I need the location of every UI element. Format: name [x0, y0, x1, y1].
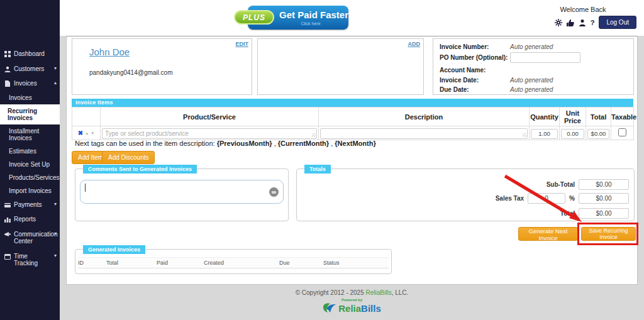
subtotal-input[interactable]	[579, 179, 629, 190]
totals-box-label: Totals	[304, 165, 331, 174]
reliabills-logo-icon	[323, 302, 336, 314]
sidebar: Dashboard Customers ▾ Invoices ▴ Invoice…	[0, 0, 60, 320]
tax-rate-input[interactable]	[528, 193, 565, 204]
sidebar-item-invoices-list[interactable]: Invoices	[0, 91, 60, 104]
line-total-input[interactable]	[587, 129, 609, 139]
move-down-icon[interactable]: ▼	[91, 131, 94, 135]
customer-email: pandakyung0414@gmail.com	[89, 69, 172, 76]
customer-name-link[interactable]: John Doe	[89, 47, 130, 57]
banner-subtitle: Click here	[279, 21, 342, 26]
user-icon	[4, 66, 11, 72]
document-icon	[4, 80, 11, 87]
generated-invoices-label: Generated Invoices	[83, 245, 145, 254]
page-footer: © Copyright 2012 - 2025 ReliaBills, LLC.…	[60, 289, 644, 314]
sidebar-label: Time Tracking	[14, 253, 56, 267]
sidebar-item-estimates[interactable]: Estimates	[0, 145, 60, 158]
description-input[interactable]	[320, 128, 528, 139]
sidebar-item-communication-center[interactable]: Communication Center ▾	[0, 227, 60, 249]
invoice-number-label: Invoice Number:	[440, 43, 510, 50]
reliabills-logo[interactable]: ReliaBills	[60, 302, 644, 314]
gen-col-paid: Paid	[157, 260, 204, 266]
invoice-items-header: Invoice Items	[72, 99, 633, 107]
reliabills-logo-text: ReliaBills	[338, 303, 381, 314]
due-date-label: Due Date:	[440, 86, 510, 93]
invoice-date-label: Invoice Date:	[440, 77, 510, 84]
chevron-down-icon: ▾	[54, 65, 57, 71]
plus-badge: PLUS	[234, 10, 274, 25]
powered-by-text: Powered by	[60, 298, 644, 302]
sales-tax-label: Sales Tax	[496, 195, 524, 202]
dashboard-icon	[4, 51, 11, 57]
sidebar-item-installment-invoices[interactable]: Installment Invoices	[0, 124, 60, 145]
gen-col-id: ID	[78, 260, 106, 266]
quantity-input[interactable]	[531, 129, 558, 139]
sidebar-item-import-invoices[interactable]: Import Invoices	[0, 184, 60, 197]
tags-note-prefix: Next tags can be used in the item descri…	[75, 140, 215, 147]
col-unit-price: Unit Price	[560, 108, 586, 126]
gen-col-status: Status	[323, 260, 361, 266]
comments-box: Comments Sent to Generated Invoices	[75, 168, 289, 221]
recipient-card: ADD	[257, 38, 424, 95]
megaphone-icon	[4, 231, 11, 238]
sidebar-item-dashboard[interactable]: Dashboard	[0, 47, 60, 62]
sidebar-item-invoice-set-up[interactable]: Invoice Set Up	[0, 158, 60, 171]
edit-customer-link[interactable]: EDIT	[235, 41, 248, 47]
thumbs-up-icon[interactable]	[567, 19, 574, 26]
logout-button[interactable]: Log Out	[599, 16, 636, 29]
reliabills-link[interactable]: ReliaBills	[366, 289, 392, 296]
bar-chart-icon	[4, 216, 11, 223]
sidebar-item-recurring-invoices[interactable]: Recurring Invoices	[0, 104, 60, 124]
chevron-down-icon: ▾	[54, 253, 57, 258]
main-content-panel: EDIT John Doe pandakyung0414@gmail.com A…	[66, 36, 638, 285]
comments-widget-icon[interactable]	[269, 187, 279, 197]
user-icon[interactable]	[579, 19, 586, 26]
gen-col-total: Total	[106, 260, 157, 266]
comments-textarea[interactable]	[80, 180, 284, 204]
col-actions	[72, 108, 101, 126]
add-discounts-button[interactable]: Add Discounts	[102, 151, 155, 164]
save-recurring-invoice-button[interactable]: Save Recurring Invoice	[581, 227, 636, 241]
chevron-up-icon: ▴	[54, 80, 57, 86]
chevron-down-icon: ▾	[54, 231, 57, 236]
total-input[interactable]	[579, 208, 629, 219]
sidebar-item-payments[interactable]: Payments ▾	[0, 197, 60, 212]
col-taxable: Taxable	[611, 108, 634, 126]
col-description: Description	[319, 108, 530, 126]
gear-icon[interactable]	[555, 19, 562, 26]
tags-note: Next tags can be used in the item descri…	[75, 140, 376, 147]
sidebar-label: Invoices	[14, 80, 56, 87]
sidebar-label: Dashboard	[14, 50, 56, 58]
unit-price-input[interactable]	[561, 129, 584, 139]
help-icon[interactable]: ?	[591, 19, 595, 26]
sidebar-item-time-tracking[interactable]: Time Tracking ▾	[0, 249, 60, 271]
taxable-checkbox[interactable]	[618, 128, 626, 136]
tag-previous-month: {PreviousMonth}	[217, 140, 272, 147]
percent-sign: %	[569, 195, 575, 202]
tax-amount-input[interactable]	[579, 193, 629, 204]
chevron-down-icon: ▾	[54, 201, 57, 207]
generated-invoices-box: Generated Invoices ID Total Paid Created…	[75, 249, 392, 274]
copyright-text: © Copyright 2012 - 2025 ReliaBills, LLC.	[60, 289, 644, 296]
remove-item-icon[interactable]: ✖	[78, 130, 83, 136]
invoice-date-value: Auto generated	[510, 77, 553, 84]
move-up-icon[interactable]: ▲	[85, 131, 89, 135]
invoice-details-card: Invoice Number: Auto generated PO Number…	[433, 38, 634, 95]
get-paid-faster-banner[interactable]: PLUS Get Paid Faster! Click here	[234, 6, 348, 30]
col-quantity: Quantity	[530, 108, 560, 126]
product-service-input[interactable]	[102, 128, 317, 139]
generate-next-invoice-button[interactable]: Generate Next Invoice	[518, 227, 578, 241]
customer-card: EDIT John Doe pandakyung0414@gmail.com	[72, 38, 252, 95]
sidebar-item-reports[interactable]: Reports	[0, 212, 60, 227]
sidebar-item-invoices[interactable]: Invoices ▴	[0, 76, 60, 91]
copyright-prefix: © Copyright 2012 - 2025	[296, 289, 366, 296]
totals-box: Totals Sub-Total Sales Tax % Total	[296, 168, 635, 221]
po-number-input[interactable]	[510, 52, 580, 63]
comments-box-label: Comments Sent to Generated Invoices	[83, 165, 197, 174]
sidebar-item-customers[interactable]: Customers ▾	[0, 62, 60, 77]
add-recipient-link[interactable]: ADD	[408, 41, 421, 47]
due-date-value: Auto generated	[510, 86, 553, 93]
welcome-text: Welcome Back	[530, 6, 636, 13]
sidebar-item-products-services[interactable]: Products/Services	[0, 171, 60, 184]
invoice-items-table: Product/Service Description Quantity Uni…	[72, 107, 634, 140]
top-header: PLUS Get Paid Faster! Click here Welcome…	[60, 0, 644, 36]
